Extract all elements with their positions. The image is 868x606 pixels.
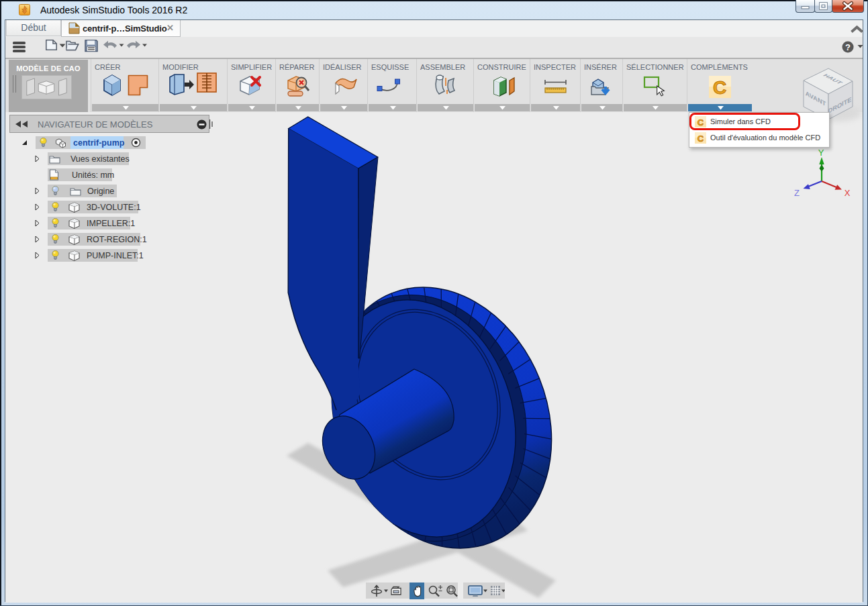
svg-text:?: ?	[845, 42, 851, 52]
svg-text:Y: Y	[818, 148, 824, 158]
svg-text:C: C	[697, 134, 704, 144]
svg-text:X: X	[845, 188, 851, 198]
svg-text:Z: Z	[794, 188, 800, 198]
